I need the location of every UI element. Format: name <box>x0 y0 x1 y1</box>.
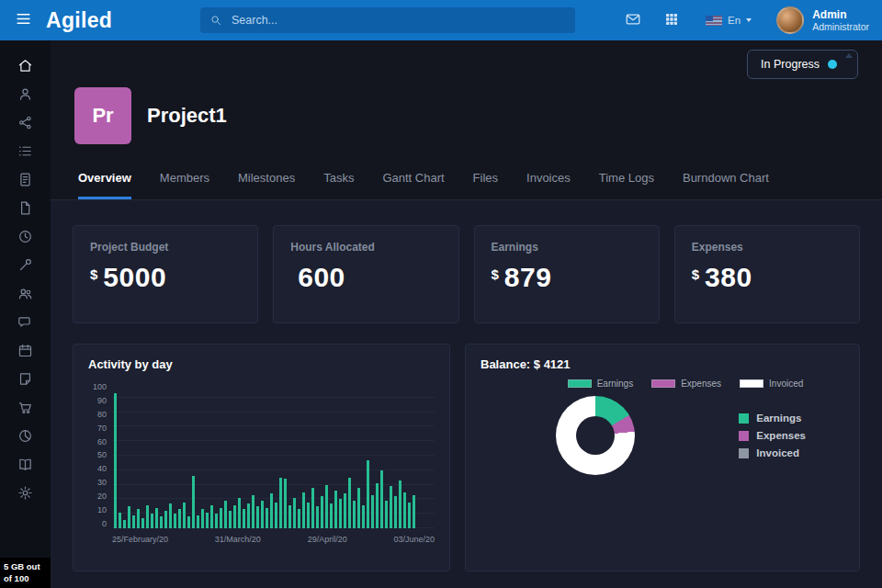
stat-card-project-budget: Project Budget$5000 <box>73 225 258 323</box>
sidebar-item-file[interactable] <box>0 194 51 222</box>
activity-bar <box>169 503 172 528</box>
activity-bar <box>174 514 176 528</box>
legend-swatch <box>739 431 749 441</box>
stat-value-row: $879 <box>492 264 642 291</box>
tab-tasks[interactable]: Tasks <box>323 171 354 199</box>
activity-bar <box>348 478 351 528</box>
status-dropdown[interactable]: In Progress <box>747 50 858 79</box>
x-tick-label: 31/March/20 <box>215 535 261 544</box>
search-icon <box>209 14 222 27</box>
sidebar-item-wrench[interactable] <box>0 251 51 279</box>
note-icon <box>17 371 33 387</box>
sidebar-item-calendar[interactable] <box>0 336 51 365</box>
activity-bar <box>403 492 406 529</box>
charts-row: Activity by day 1009080706050403020100 2… <box>73 344 860 571</box>
sidebar-item-clock[interactable] <box>0 222 51 251</box>
status-label: In Progress <box>761 58 820 71</box>
tab-files[interactable]: Files <box>473 171 498 199</box>
y-tick-label: 60 <box>97 438 107 447</box>
y-tick-label: 50 <box>97 451 107 459</box>
cart-icon <box>17 400 33 415</box>
legend-invoiced[interactable]: Invoiced <box>739 447 806 458</box>
activity-bar <box>141 518 144 528</box>
activity-bar <box>344 493 346 528</box>
gear-icon <box>17 485 33 501</box>
activity-bar <box>256 506 259 528</box>
stat-value: 879 <box>504 264 552 291</box>
project-avatar: Pr <box>74 87 131 144</box>
home-icon <box>17 58 33 74</box>
balance-panel: Balance: $ 4121 EarningsExpensesInvoiced… <box>465 344 860 571</box>
tab-invoices[interactable]: Invoices <box>526 171 571 199</box>
user-menu[interactable]: Admin Administrator <box>776 6 869 34</box>
legend-label: Earnings <box>597 379 633 389</box>
inline-legend-invoiced[interactable]: Invoiced <box>740 379 803 389</box>
balance-donut-chart <box>556 396 635 475</box>
activity-bar <box>316 506 319 528</box>
activity-bar <box>151 514 153 528</box>
activity-bar <box>215 514 218 528</box>
search-bar[interactable] <box>200 7 575 33</box>
sidebar-item-home[interactable] <box>0 51 51 80</box>
legend-label: Earnings <box>756 413 801 424</box>
stat-label: Hours Allocated <box>290 241 441 254</box>
sidebar-item-pie-chart[interactable] <box>0 422 51 450</box>
app-logo: Agiled <box>46 8 112 33</box>
sidebar-item-chat[interactable] <box>0 308 51 336</box>
donut-legend: EarningsExpensesInvoiced <box>739 413 806 458</box>
mail-button[interactable] <box>623 9 643 32</box>
activity-bar <box>334 491 337 528</box>
activity-bar <box>367 460 369 528</box>
activity-bar <box>302 492 305 529</box>
activity-bar <box>123 520 126 528</box>
sidebar-item-file-invoice[interactable] <box>0 165 51 194</box>
sidebar-item-users[interactable] <box>0 279 51 308</box>
legend-swatch <box>739 448 749 458</box>
activity-bar <box>325 485 328 528</box>
tab-burndown-chart[interactable]: Burndown Chart <box>683 171 769 199</box>
apps-grid-button[interactable] <box>662 10 681 31</box>
stat-card-earnings: Earnings$879 <box>474 225 660 323</box>
activity-bar <box>413 495 415 528</box>
donut-hole <box>576 416 615 455</box>
legend-expenses[interactable]: Expenses <box>739 430 806 441</box>
legend-label: Invoiced <box>756 447 799 458</box>
activity-panel: Activity by day 1009080706050403020100 2… <box>73 344 450 571</box>
book-icon <box>17 457 33 472</box>
activity-bar <box>353 501 356 528</box>
language-selector[interactable]: En <box>700 14 757 27</box>
activity-bar <box>339 499 342 528</box>
sidebar-item-branch[interactable] <box>0 108 51 137</box>
sidebar-item-user[interactable] <box>0 80 51 108</box>
activity-bar <box>146 505 149 528</box>
clock-icon <box>17 229 33 244</box>
inline-legend-expenses[interactable]: Expenses <box>651 379 721 389</box>
apps-grid-icon <box>664 12 679 29</box>
activity-bar <box>376 483 379 528</box>
sidebar-item-list[interactable] <box>0 137 51 165</box>
legend-earnings[interactable]: Earnings <box>739 413 806 424</box>
tab-members[interactable]: Members <box>160 171 209 199</box>
search-input[interactable] <box>230 13 566 28</box>
status-dot <box>828 60 837 69</box>
tab-gantt-chart[interactable]: Gantt Chart <box>382 171 444 199</box>
tab-overview[interactable]: Overview <box>78 171 131 199</box>
stat-card-hours-allocated: Hours Allocated600 <box>273 225 458 323</box>
activity-bar <box>321 496 323 528</box>
tab-milestones[interactable]: Milestones <box>238 171 295 199</box>
sidebar-item-gear[interactable] <box>0 479 51 507</box>
sidebar-item-book[interactable] <box>0 450 51 479</box>
caret-up-icon <box>845 53 853 58</box>
menu-toggle-button[interactable] <box>13 8 34 32</box>
top-header: Agiled En Admin Administrator <box>0 0 882 40</box>
activity-bar <box>362 505 365 528</box>
legend-swatch <box>740 379 763 388</box>
activity-bar <box>192 476 195 528</box>
sidebar-item-cart[interactable] <box>0 393 51 422</box>
mail-icon <box>625 11 641 30</box>
activity-bar <box>270 493 273 528</box>
inline-legend-earnings[interactable]: Earnings <box>568 379 633 389</box>
tab-time-logs[interactable]: Time Logs <box>599 171 654 199</box>
sidebar-item-note[interactable] <box>0 365 51 393</box>
currency-sign: $ <box>492 266 499 282</box>
